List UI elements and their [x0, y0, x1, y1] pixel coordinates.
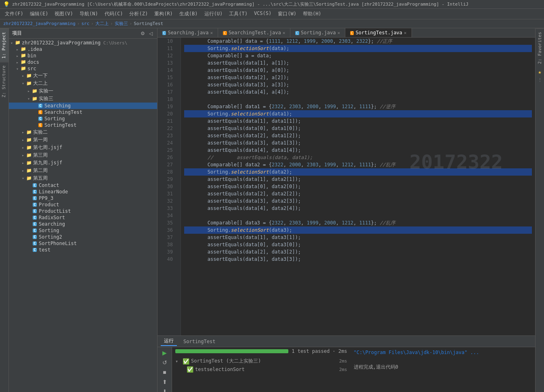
run-toolbar: ▶ ↺ ■ ⬆ ⬇ 📌 »: [158, 347, 172, 392]
run-panel-header: 运行 SortingTest: [158, 336, 535, 347]
tab-close-1[interactable]: ✕: [283, 30, 286, 36]
menu-help[interactable]: 帮助(H): [300, 10, 325, 18]
menu-code[interactable]: 代码(C): [101, 10, 126, 18]
tab-3[interactable]: CSortingTest.java ✕: [345, 28, 412, 37]
tree-item-dayi-xia[interactable]: ▸📁大一下: [9, 72, 157, 80]
menu-run[interactable]: 运行(U): [201, 10, 226, 18]
menu-view[interactable]: 视图(V): [51, 10, 76, 18]
menu-window[interactable]: 窗口(W): [275, 10, 300, 18]
tree-item-src[interactable]: ▾📁src: [9, 65, 157, 72]
settings-button[interactable]: ⚙: [139, 30, 146, 37]
tree-item-product-list[interactable]: CProductList: [9, 208, 157, 214]
tab-1[interactable]: CSearchingTest.java ✕: [218, 28, 290, 37]
tree-arrow-di-er-zhou: ▸: [20, 168, 26, 173]
tree-item-di-yi-zhou[interactable]: ▸📁第一周: [9, 136, 157, 144]
run-tab[interactable]: 运行: [161, 337, 177, 346]
structure-tab-side[interactable]: Z: Structure: [0, 62, 8, 101]
tree-item-contact[interactable]: CContact: [9, 182, 157, 189]
code-line-12: Comparable[] a = data;: [184, 52, 532, 59]
tree-icon-sorting2-2: C: [32, 234, 38, 240]
menu-file[interactable]: 文件(F): [2, 10, 27, 18]
tree-item-product[interactable]: CProduct: [9, 201, 157, 208]
tree-item-sorting[interactable]: CSorting: [9, 115, 157, 122]
menu-build[interactable]: 生成(B): [176, 10, 201, 18]
tree-item-di-san-zhou[interactable]: ▸📁第三周: [9, 151, 157, 159]
code-line-11: Sorting.selectionSort(data);: [184, 45, 532, 52]
test-tree: ▾ ✅ SortingTest (大二上实验三) 2ms ✅ testselec…: [172, 355, 351, 392]
favorites-expand[interactable]: ⋮: [537, 77, 543, 83]
favorites-tab[interactable]: 2: Favorites: [536, 28, 544, 67]
tree-item-di-jiu-zhou-jsjf[interactable]: ▸📁第九周.jsjf: [9, 159, 157, 167]
breadcrumb-file: SortingTest: [134, 21, 163, 26]
line-num-40: 40: [159, 256, 173, 263]
tree-label-sorting-test: SortingTest: [44, 122, 76, 128]
tree-item-linear-node[interactable]: CLinearNode: [9, 189, 157, 195]
menu-navigate[interactable]: 导航(N): [76, 10, 101, 18]
line-num-27: 27: [159, 161, 173, 168]
sortingtest-tab[interactable]: SortingTest: [180, 338, 218, 345]
tree-label-linear-node: LinearNode: [39, 189, 68, 195]
breadcrumb-daer[interactable]: 大二上: [95, 21, 109, 27]
run-body: ▶ ↺ ■ ⬆ ⬇ 📌 » 1 test passed · 2ms: [158, 347, 535, 392]
tree-item-daer-shang[interactable]: ▾📁大二上: [9, 80, 157, 87]
app-icon: 💡: [3, 1, 10, 7]
tree-item-radix-sort[interactable]: CRadixSort: [9, 214, 157, 221]
breadcrumb-shiyan[interactable]: 实验三: [115, 21, 128, 27]
tree-icon-bin: 📁: [20, 53, 27, 59]
test-case-item[interactable]: ✅ testselectionSort 2ms: [175, 365, 347, 373]
tree-icon-shiyan-yi: 📁: [32, 88, 38, 94]
tree-item-di-qi-zhou-jsjf[interactable]: ▸📁第七周.jsjf: [9, 144, 157, 151]
tree-item-shiyan-san[interactable]: ▾📁实验三: [9, 95, 157, 103]
run-button[interactable]: ▶: [162, 349, 168, 357]
test-suite-item[interactable]: ▾ ✅ SortingTest (大二上实验三) 2ms: [175, 357, 347, 365]
tree-item-searching-test[interactable]: CSearchingTest: [9, 109, 157, 115]
scroll-up-btn[interactable]: ⬆: [162, 378, 168, 386]
tree-arrow-dayi-xia: ▸: [20, 73, 26, 78]
menu-edit[interactable]: 编辑(E): [27, 10, 52, 18]
code-content[interactable]: Comparable[] data = {1111, 1212, 1999, 2…: [181, 38, 535, 335]
tree-item-root[interactable]: ▾📁zhr20172322_javaProgramming C:\Users\: [9, 40, 157, 46]
tree-item-sorting2[interactable]: CSorting: [9, 227, 157, 234]
tree-item-di-wu-zhou[interactable]: ▾📁第五周: [9, 174, 157, 182]
tree-item-di-er-zhou[interactable]: ▸📁第二周: [9, 167, 157, 174]
menu-vcs[interactable]: VCS(S): [251, 10, 275, 18]
line-num-21: 21: [159, 117, 173, 125]
tree-item-sorting-test[interactable]: CSortingTest: [9, 122, 157, 128]
code-line-38: assertEquals(data[0], data3[0]);: [184, 241, 532, 248]
tree-item-pp9-3[interactable]: CPP9_3: [9, 195, 157, 201]
tree-item-bin[interactable]: ▸📁bin: [9, 52, 157, 59]
tree-item-searching[interactable]: CSearching: [9, 103, 157, 109]
tree-icon-docs: 📁: [20, 59, 27, 65]
tab-close-3[interactable]: ✕: [404, 30, 407, 36]
tab-2[interactable]: CSorting.java ✕: [290, 28, 345, 37]
breadcrumb-project[interactable]: zhr20172322_javaProgramming: [3, 21, 76, 26]
code-line-15: assertEquals(data[2], a[2]);: [184, 74, 532, 81]
tree-item-shiyan-yi[interactable]: ▸📁实验一: [9, 87, 157, 95]
menu-analyze[interactable]: 分析(Z): [126, 10, 151, 18]
tree-item-sorting2-2[interactable]: CSorting2: [9, 234, 157, 240]
tab-close-0[interactable]: ✕: [210, 30, 213, 36]
progress-row: 1 test passed · 2ms: [172, 347, 351, 355]
tree-item-test[interactable]: Ctest: [9, 247, 157, 253]
suite-pass-icon: ✅: [183, 358, 189, 365]
project-tab[interactable]: 1: Project: [0, 28, 8, 62]
tree-item-searching2[interactable]: CSearching: [9, 221, 157, 227]
tree-item-shiyan-er[interactable]: ▸📁实验二: [9, 128, 157, 136]
tree-item-sort-phone-list[interactable]: CSortPhoneList: [9, 240, 157, 247]
tree-icon-searching-test: C: [37, 109, 44, 115]
favorites-star[interactable]: ★: [536, 67, 543, 77]
collapse-button[interactable]: ◁: [148, 30, 154, 37]
breadcrumb-src[interactable]: src: [81, 21, 89, 26]
scroll-down-btn[interactable]: ⬇: [162, 388, 168, 392]
tree-item-idea[interactable]: ▸📁.idea: [9, 46, 157, 52]
rerun-button[interactable]: ↺: [162, 358, 168, 367]
tree-icon-sorting: C: [37, 116, 44, 122]
tab-0[interactable]: CSearching.java ✕: [158, 28, 218, 37]
project-panel: 项目 ⚙ ◁ ▾📁zhr20172322_javaProgramming C:\…: [9, 28, 158, 392]
tree-item-docs[interactable]: ▸📁docs: [9, 59, 157, 65]
tree-label-di-er-zhou: 第二周: [33, 167, 48, 174]
tab-close-2[interactable]: ✕: [337, 30, 340, 36]
stop-button[interactable]: ■: [162, 368, 167, 376]
menu-tools[interactable]: 工具(T): [226, 10, 251, 18]
menu-refactor[interactable]: 重构(R): [151, 10, 176, 18]
